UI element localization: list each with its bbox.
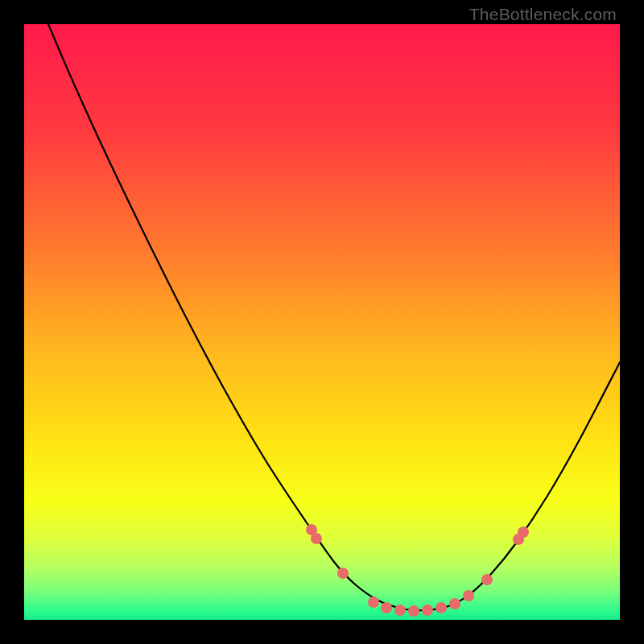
marker-point: [436, 602, 447, 613]
marker-point: [394, 605, 406, 616]
marker-point: [311, 533, 322, 544]
attribution-label: TheBottleneck.com: [469, 5, 617, 24]
marker-point: [518, 526, 529, 538]
bottleneck-curve: [48, 24, 620, 610]
chart-svg: [24, 24, 620, 620]
plot-area: [24, 24, 620, 620]
marker-point: [422, 605, 433, 616]
marker-point: [449, 598, 460, 609]
marker-point: [368, 597, 379, 608]
chart-frame: [24, 24, 620, 620]
marker-point: [381, 602, 392, 613]
marker-point: [463, 590, 474, 601]
marker-point: [408, 605, 419, 617]
marker-point: [337, 568, 349, 579]
marker-point: [481, 574, 493, 585]
